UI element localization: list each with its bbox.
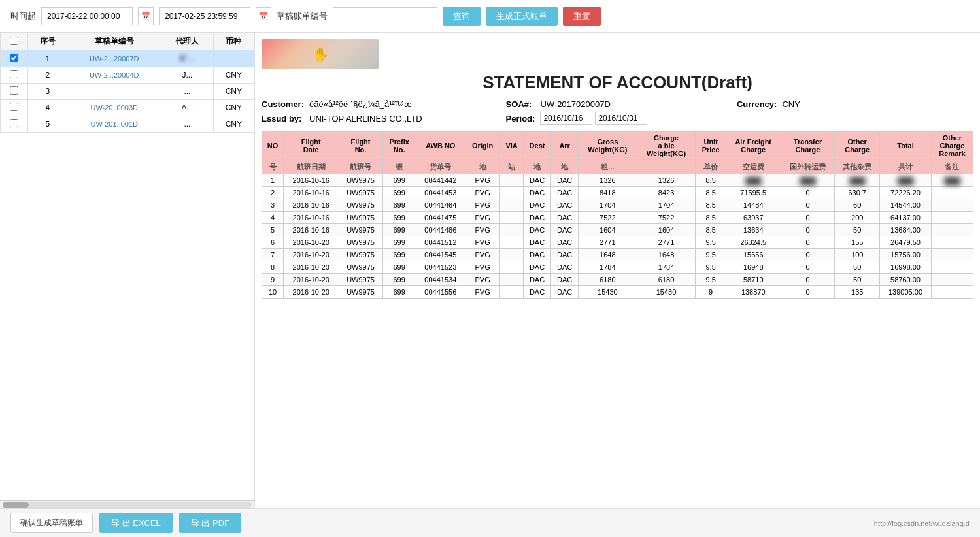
issuedby-value: UNI-TOP ALRLINES CO.,LTD [309, 114, 501, 123]
table-cell: 2 [262, 187, 284, 199]
table-row[interactable]: 1 UW-2...20007D 矿... [1, 50, 254, 67]
th-dest: Dest [523, 132, 551, 160]
table-cell [500, 274, 523, 286]
table-cell: 15756.00 [880, 249, 932, 261]
customer-label: Customer: [262, 99, 304, 109]
table-row[interactable]: 3 ... CNY [1, 84, 254, 100]
table-cell: 2771 [579, 236, 637, 249]
table-row[interactable]: 4 UW-20..0003D A... CNY [1, 100, 254, 116]
table-cell: DAC [523, 187, 551, 199]
export-excel-button[interactable]: 导 出 EXCEL [99, 513, 173, 533]
th-total: Total [880, 132, 932, 160]
row-checkbox-cell[interactable] [1, 67, 28, 84]
left-scrollbar[interactable] [0, 500, 254, 508]
table-cell: 0 [781, 274, 835, 286]
table-row: 12016-10-16UW997569900441442PVGDACDAC132… [262, 174, 973, 187]
table-cell: 9.5 [696, 261, 726, 274]
table-row[interactable]: 5 UW-201..001D ... CNY [1, 116, 254, 133]
table-cell: 1648 [579, 249, 637, 261]
row-draft[interactable]: UW-201..001D [67, 116, 161, 133]
row-checkbox[interactable] [10, 54, 18, 62]
table-cell [931, 274, 973, 286]
logo-image: ✋ [262, 39, 379, 69]
top-toolbar: 时间起 📅 📅 草稿账单编号 查询 生成正式账单 重置 [0, 0, 980, 33]
table-cell: 7 [262, 249, 284, 261]
table-cell: 1604 [637, 224, 696, 236]
table-cell: DAC [551, 261, 579, 274]
table-cell: 1704 [637, 199, 696, 212]
table-cell: 9 [696, 286, 726, 299]
table-cell: 2016-10-20 [284, 274, 339, 286]
table-cell: UW9975 [339, 224, 382, 236]
table-cell: DAC [551, 249, 579, 261]
confirm-draft-button[interactable]: 确认生成草稿账单 [10, 513, 93, 533]
row-draft[interactable]: UW-2...20004D [67, 67, 161, 84]
row-checkbox[interactable] [10, 119, 18, 127]
table-cell: 00441464 [416, 199, 465, 212]
query-button[interactable]: 查询 [443, 7, 481, 26]
table-cell: 15430 [579, 286, 637, 299]
export-pdf-button[interactable]: 导 出 PDF [179, 513, 241, 533]
cn-header-cell: 货单号 [416, 160, 465, 174]
date-to-input[interactable] [159, 7, 250, 25]
table-cell: DAC [523, 274, 551, 286]
table-cell: DAC [523, 286, 551, 299]
calendar-to-btn[interactable]: 📅 [256, 7, 271, 25]
soa-input[interactable] [333, 7, 437, 25]
table-row[interactable]: 2 UW-2...20004D J... CNY [1, 67, 254, 84]
row-no: 4 [28, 100, 67, 116]
table-cell: 16998.00 [880, 261, 932, 274]
table-cell: 6 [262, 236, 284, 249]
table-cell: 14484 [726, 199, 781, 212]
date-from-input[interactable] [41, 7, 133, 25]
table-cell: 630.7 [835, 187, 880, 199]
calendar-from-btn[interactable]: 📅 [138, 7, 154, 25]
th-transfer-charge: TransferCharge [781, 132, 835, 160]
table-cell: UW9975 [339, 174, 382, 187]
th-via: VIA [500, 132, 523, 160]
period-from-input[interactable] [540, 112, 592, 125]
table-cell: ▓▓▓ [835, 174, 880, 187]
generate-button[interactable]: 生成正式账单 [486, 7, 558, 26]
table-cell: 699 [382, 249, 416, 261]
th-other-remark: OtherChargeRemark [931, 132, 973, 160]
row-checkbox-cell[interactable] [1, 50, 28, 67]
table-cell [931, 261, 973, 274]
table-cell: 0 [781, 249, 835, 261]
reset-button[interactable]: 重置 [563, 7, 601, 26]
period-to-input[interactable] [595, 112, 647, 125]
soa-value: UW-2017020007D [540, 99, 732, 109]
table-cell: UW9975 [339, 261, 382, 274]
table-cell: ▓▓▓ [781, 174, 835, 187]
table-cell [500, 249, 523, 261]
logo-icon: ✋ [313, 46, 329, 62]
row-checkbox[interactable] [10, 86, 18, 95]
table-cell: 5 [262, 224, 284, 236]
row-checkbox[interactable] [10, 70, 18, 78]
table-cell: PVG [465, 286, 500, 299]
row-draft[interactable]: UW-2...20007D [67, 50, 161, 67]
table-cell: 1326 [579, 174, 637, 187]
row-checkbox-cell[interactable] [1, 84, 28, 100]
row-checkbox-cell[interactable] [1, 100, 28, 116]
th-prefix-no: PrefixNo. [382, 132, 416, 160]
row-no: 2 [28, 67, 67, 84]
th-gross-weight: GrossWeight(KG) [579, 132, 637, 160]
table-cell: 1784 [579, 261, 637, 274]
statement-title: STATEMENT OF ACCOUNT(Draft) [262, 73, 973, 93]
table-cell: 15656 [726, 249, 781, 261]
row-checkbox[interactable] [10, 103, 18, 111]
table-cell: 2016-10-16 [284, 174, 339, 187]
table-cell: 1326 [637, 174, 696, 187]
table-cell: DAC [551, 224, 579, 236]
col-no: 序号 [28, 33, 67, 50]
row-draft[interactable]: UW-20..0003D [67, 100, 161, 116]
select-all-checkbox[interactable] [10, 37, 18, 45]
table-cell: 1704 [579, 199, 637, 212]
table-cell [500, 286, 523, 299]
row-draft[interactable] [67, 84, 161, 100]
table-cell: 0 [781, 212, 835, 224]
cn-header-cell: 地 [551, 160, 579, 174]
table-cell: 00441523 [416, 261, 465, 274]
row-checkbox-cell[interactable] [1, 116, 28, 133]
